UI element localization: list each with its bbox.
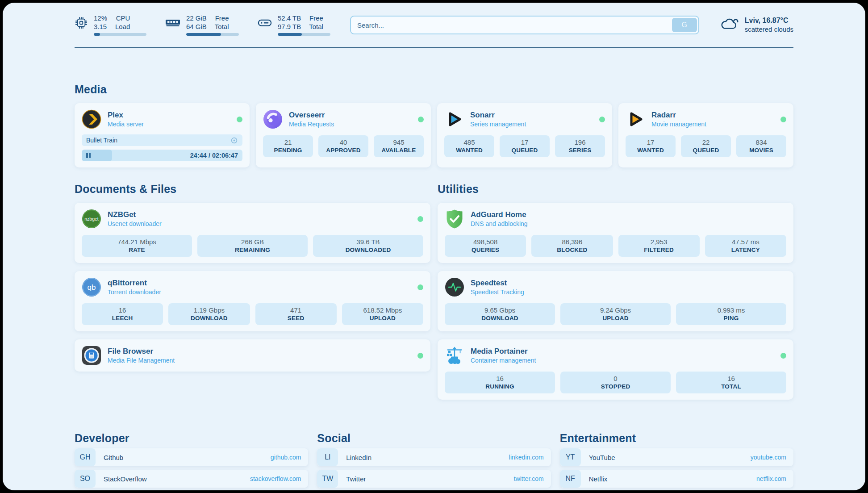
app-title: Sonarr [470,111,526,120]
ram-icon [165,17,180,28]
search-engine-button[interactable]: G [672,18,697,32]
nzbget-icon: nzbget [82,209,101,229]
stat-label: TOTAL [678,383,785,390]
app-description: Media Requests [289,121,334,128]
cpu-label: CPU [116,14,130,22]
app-card-qbittorrent[interactable]: qb qBittorrent Torrent downloader 16LEEC… [75,271,430,331]
search-input[interactable] [351,21,672,29]
settings-icon[interactable] [230,137,238,144]
filebrowser-icon [82,346,101,365]
radarr-icon [626,109,645,129]
stat-label: SEED [257,315,335,322]
app-card-portainer[interactable]: Media Portainer Container management 16R… [438,339,793,400]
link-abbr-badge: YT [560,448,581,466]
link-item[interactable]: NF Netflix netflix.com [560,470,793,488]
stat-value: 16 [447,375,553,382]
stat-label: QUEUED [501,147,548,154]
stat-value: 744.21 Mbps [83,238,190,246]
stat-box: 834MOVIES [736,135,786,157]
app-card-speedtest[interactable]: Speedtest Speedtest Tracking 9.65 GbpsDO… [438,271,793,331]
link-abbr-badge: LI [317,448,338,466]
link-name: LinkedIn [346,454,371,461]
link-name: Github [104,454,123,461]
link-item[interactable]: TW Twitter twitter.com [317,470,551,488]
ram-stat: 22 GiB64 GiB FreeTotal [165,14,239,36]
stat-label: LEECH [83,315,161,322]
cpu-stat: 12%3.15 CPULoad [75,14,146,36]
stat-box: 40APPROVED [318,135,368,157]
app-card-filebrowser[interactable]: File Browser Media File Management [75,339,430,372]
svg-text:qb: qb [88,283,96,292]
app-card-overseerr[interactable]: Overseerr Media Requests 21PENDING40APPR… [256,103,431,167]
stat-box: 945AVAILABLE [374,135,424,157]
link-url: linkedin.com [509,454,544,461]
stat-label: WANTED [446,147,492,154]
link-item[interactable]: SO StackOverflow stackoverflow.com [75,470,308,488]
stat-value: 618.52 Mbps [344,306,421,314]
app-card-adguard[interactable]: AdGuard Home DNS and adblocking 498,508Q… [438,203,793,263]
cpu-usage: 12% [94,14,107,22]
stat-value: 22 [683,138,729,146]
app-title: File Browser [108,347,175,356]
stat-value: 1.19 Gbps [170,306,248,314]
stat-label: UPLOAD [562,315,669,322]
link-item[interactable]: LI LinkedIn linkedin.com [317,448,551,466]
stat-box: 86,396BLOCKED [531,235,613,257]
stat-box: 17QUEUED [500,135,550,157]
stat-box: 39.6 TBDOWNLOADED [313,235,423,257]
stat-label: PENDING [265,147,311,154]
pause-icon[interactable] [86,153,91,158]
cpu-label2: Load [115,23,130,31]
stat-value: 196 [557,138,603,146]
status-dot [417,216,423,222]
app-title: Radarr [651,111,706,120]
playback-time: 24:44 / 02:06:47 [190,152,238,159]
stat-box: 9.24 GbpsUPLOAD [560,303,671,325]
app-title: qBittorrent [108,279,161,288]
link-name: Netflix [589,475,608,483]
disk-free: 52.4 TB [278,14,301,22]
stat-label: DOWNLOADED [315,246,421,253]
app-description: Series management [470,121,526,128]
adguard-icon [445,209,464,229]
app-description: Movie management [651,121,706,128]
stat-label: WANTED [627,147,674,154]
section-title-developer: Developer [75,432,308,445]
top-bar: 12%3.15 CPULoad 22 GiB64 GiB FreeTotal [75,14,793,36]
speedtest-icon [445,277,464,297]
now-playing-title: Bullet Train [86,137,117,144]
section-title-social: Social [317,432,551,445]
link-url: twitter.com [514,475,544,482]
app-card-nzbget[interactable]: nzbget NZBGet Usenet downloader 744.21 M… [75,203,430,263]
search-bar: G [350,16,699,34]
cpu-load-avg: 3.15 [94,23,107,31]
section-title-documents: Documents & Files [75,183,430,196]
now-playing-row: Bullet Train [82,134,242,146]
app-title: AdGuard Home [471,210,528,219]
qbittorrent-icon: qb [82,277,101,297]
stat-label: DOWNLOAD [170,315,248,322]
stat-box: 744.21 MbpsRATE [82,235,192,257]
sonarr-icon [444,109,464,129]
stat-value: 485 [446,138,492,146]
link-url: stackoverflow.com [250,475,301,482]
stat-box: 47.57 msLATENCY [705,235,786,257]
cloud-icon [720,17,739,33]
ram-total: 64 GiB [186,23,207,31]
stat-value: 9.65 Gbps [447,306,553,314]
weather-condition: scattered clouds [745,25,793,34]
stat-box: 1.19 GbpsDOWNLOAD [168,303,250,325]
link-item[interactable]: YT YouTube youtube.com [560,448,793,466]
stat-value: 40 [320,138,367,146]
link-item[interactable]: GH Github github.com [75,448,308,466]
status-dot [780,117,786,122]
svg-text:nzbget: nzbget [84,216,99,221]
stat-value: 16 [678,375,785,382]
link-abbr-badge: NF [560,470,581,488]
disk-icon [258,17,272,28]
stat-label: APPROVED [320,147,367,154]
app-card-plex[interactable]: Plex Media server Bullet Train [75,103,250,167]
stat-value: 266 GB [199,238,306,246]
app-card-radarr[interactable]: Radarr Movie management 17WANTED22QUEUED… [618,103,793,167]
app-card-sonarr[interactable]: Sonarr Series management 485WANTED17QUEU… [437,103,612,167]
